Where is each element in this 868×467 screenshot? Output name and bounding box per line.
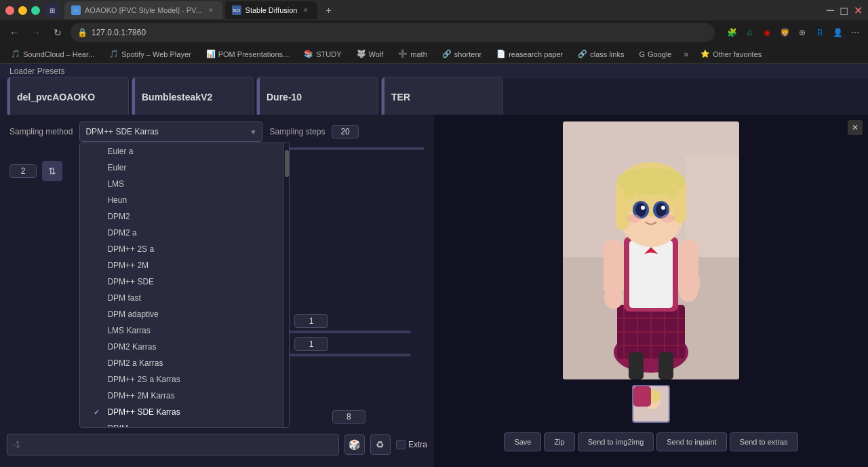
lastfm-icon[interactable]: ◉ — [760, 25, 774, 40]
recycle-icon-button[interactable]: ♻ — [370, 434, 391, 455]
bookmark-study[interactable]: 📚 STUDY — [298, 48, 347, 60]
dropdown-item-dpmsdek[interactable]: ✓ DPM++ SDE Karras — [80, 404, 289, 420]
dropdown-item-dpm2[interactable]: DPM2 — [80, 208, 289, 225]
image-close-button[interactable]: ✕ — [848, 120, 863, 135]
minimize-icon[interactable]: ─ — [827, 4, 834, 17]
thumbnail-0[interactable] — [632, 385, 670, 423]
bookmark-spotify[interactable]: 🎵 Spotify – Web Player — [104, 48, 197, 60]
zip-button[interactable]: Zip — [544, 432, 574, 451]
bookmark-label: class links — [590, 50, 624, 58]
cfg-scale-value-display: 8 — [332, 410, 366, 424]
bookmark-pom[interactable]: 📊 POM Presentations... — [201, 48, 295, 60]
bookmark-label: Spotify – Web Player — [121, 50, 191, 58]
svg-rect-9 — [604, 240, 624, 295]
dropdown-item-dpmfast[interactable]: DPM fast — [80, 290, 289, 306]
send-img2img-button[interactable]: Send to img2img — [578, 432, 654, 451]
swap-button[interactable]: ⇅ — [42, 161, 62, 181]
pia-icon[interactable]: ⊕ — [795, 25, 810, 40]
dropdown-item-dpm2m[interactable]: DPM++ 2M — [80, 257, 289, 274]
secure-icon: 🔒 — [77, 28, 87, 37]
svg-rect-21 — [668, 177, 677, 198]
steps-value: 20 — [332, 125, 358, 138]
dropdown-item-dpm2a[interactable]: DPM2 a — [80, 225, 289, 241]
minimize-window-btn[interactable] — [18, 6, 27, 15]
bookmark-label: Other favorites — [713, 50, 762, 58]
dice-icon-button[interactable]: 🎲 — [344, 434, 365, 455]
bing-icon[interactable]: B — [812, 25, 827, 40]
save-label: Save — [514, 438, 531, 446]
dropdown-item-lms[interactable]: LMS — [80, 176, 289, 192]
more-bookmarks[interactable]: » — [681, 50, 691, 59]
bookmark-wolf[interactable]: 🐺 Wolf — [351, 48, 389, 60]
back-button[interactable]: ← — [5, 24, 23, 41]
tab-aoaoko[interactable]: A AOAOKO [PVC Style Model] - PV... ✕ — [64, 1, 222, 19]
zip-label: Zip — [554, 438, 564, 446]
close-icon[interactable]: ✕ — [854, 4, 863, 17]
bookmark-classlinks[interactable]: 🔗 class links — [572, 48, 629, 60]
sampling-method-dropdown[interactable]: DPM++ SDE Karras ▼ — [79, 122, 262, 142]
extra-checkbox[interactable] — [396, 440, 406, 449]
dropdown-item-dpp2sakarras[interactable]: DPM++ 2S a Karras — [80, 371, 289, 388]
dropdown-scrollbar-track[interactable] — [283, 143, 289, 427]
other-fav-icon: ⭐ — [701, 50, 710, 58]
dropdown-item-dpm2mkarras[interactable]: DPM++ 2M Karras — [80, 388, 289, 404]
bottom-buttons-area: Save Zip Send to img2img Send to inpaint… — [434, 428, 868, 455]
dropdown-item-dpp2sa[interactable]: DPM++ 2S a — [80, 241, 289, 257]
main-content: Loader Presets del_pvcAOAOKO Bumblesteak… — [0, 64, 868, 467]
dropdown-item-heun[interactable]: Heun — [80, 192, 289, 208]
extensions-icon[interactable]: 🧩 — [724, 25, 739, 40]
left-panel: Sampling method DPM++ SDE Karras ▼ Eule — [0, 115, 434, 467]
sampling-dropdown-list[interactable]: Euler a Euler LMS — [79, 143, 290, 428]
study-icon: 📚 — [304, 50, 313, 58]
dropdown-item-dpm2akarras[interactable]: DPM2 a Karras — [80, 355, 289, 371]
tab-favicon-sd: SD — [232, 5, 241, 15]
model-card-3[interactable]: TER — [381, 77, 503, 115]
model-card-1[interactable]: BumblesteakV2 — [132, 77, 254, 115]
bookmark-research[interactable]: 📄 reasearch paper — [491, 48, 568, 60]
grid-icon: ⊞ — [45, 3, 59, 17]
bookmark-math[interactable]: ➕ math — [393, 48, 432, 60]
model-card-0[interactable]: del_pvcAOAOKO — [7, 77, 129, 115]
send-extras-button[interactable]: Send to extras — [730, 432, 798, 451]
dropdown-item-dpmsde[interactable]: DPM++ SDE — [80, 274, 289, 290]
dropdown-item-euler-a[interactable]: Euler a — [80, 143, 289, 160]
bookmark-soundcloud[interactable]: 🎵 SoundCloud – Hear... — [5, 48, 100, 60]
dropdown-item-dpm2karras[interactable]: DPM2 Karras — [80, 339, 289, 355]
svg-point-29 — [661, 214, 675, 223]
bookmark-shortenr[interactable]: 🔗 shortenr — [437, 48, 487, 60]
dropdown-item-dpmadaptive[interactable]: DPM adaptive — [80, 306, 289, 322]
tab-close-sd[interactable]: ✕ — [301, 5, 311, 15]
close-icon: ✕ — [852, 123, 859, 132]
reload-button[interactable]: ↻ — [49, 24, 66, 41]
profile-icon[interactable]: 👤 — [830, 25, 845, 40]
spotify-icon[interactable]: ♫ — [742, 25, 757, 40]
svg-rect-31 — [658, 352, 673, 379]
maximize-window-btn[interactable] — [31, 6, 40, 15]
tab-stable-diffusion[interactable]: SD Stable Diffusion ✕ — [225, 1, 318, 19]
menu-icon[interactable]: ⋯ — [848, 25, 863, 40]
tab-bar: A AOAOKO [PVC Style Model] - PV... ✕ SD … — [64, 1, 821, 19]
dropdown-item-euler[interactable]: Euler — [80, 160, 289, 176]
send-inpaint-button[interactable]: Send to inpaint — [656, 432, 726, 451]
save-button[interactable]: Save — [504, 432, 541, 451]
tab-close-aoaoko[interactable]: ✕ — [206, 5, 216, 15]
address-bar[interactable]: 🔒 127.0.0.1:7860 — [71, 23, 715, 42]
bookmark-google[interactable]: G Google — [633, 49, 677, 60]
bookmark-label: math — [410, 50, 427, 58]
nav-icon-group: 🧩 ♫ ◉ 🦁 ⊕ B 👤 ⋯ — [724, 25, 863, 40]
model-card-2[interactable]: Dure-10 — [256, 77, 378, 115]
brave-icon[interactable]: 🦁 — [777, 25, 792, 40]
seed-input[interactable]: -1 — [7, 434, 339, 455]
bookmark-other-favorites[interactable]: ⭐ Other favorites — [695, 48, 767, 60]
close-window-btn[interactable] — [5, 6, 14, 15]
model-cards-area: Loader Presets del_pvcAOAOKO Bumblesteak… — [0, 64, 868, 115]
dropdown-item-lmskarras[interactable]: LMS Karras — [80, 322, 289, 339]
svg-rect-13 — [690, 278, 694, 290]
svg-rect-5 — [617, 305, 685, 359]
tab-favicon-aoaoko: A — [71, 5, 81, 15]
new-tab-button[interactable]: + — [320, 2, 336, 18]
dropdown-item-ddim[interactable]: DDIM — [80, 420, 289, 428]
generated-image[interactable] — [563, 122, 739, 379]
restore-icon[interactable]: ◻ — [840, 4, 848, 17]
forward-button[interactable]: → — [27, 24, 45, 41]
